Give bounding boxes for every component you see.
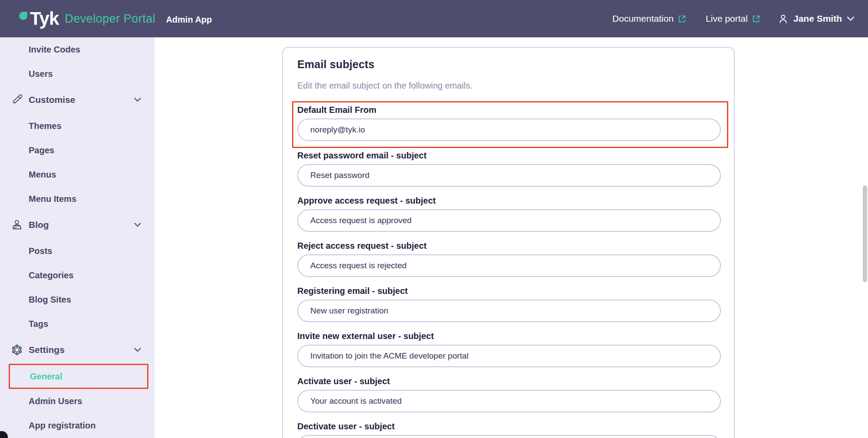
sidebar-section-label: Blog: [29, 220, 49, 230]
external-link-icon: [677, 14, 687, 23]
field-label-default-email-from: Default Email From: [297, 104, 721, 115]
field-group-reject-access: Reject access request - subject: [297, 240, 721, 277]
logo-text: Tyk: [30, 8, 59, 29]
activate-user-subject-input[interactable]: [297, 390, 721, 412]
sidebar-item-app-registration[interactable]: App registration: [0, 413, 155, 438]
chevron-down-icon: [134, 97, 141, 102]
sidebar-item-label: App registration: [29, 421, 95, 431]
sidebar-item-pages[interactable]: Pages: [0, 138, 155, 162]
reject-access-subject-input[interactable]: [297, 254, 721, 277]
sidebar-item-tags[interactable]: Tags: [0, 312, 155, 336]
sidebar-item-invite-codes[interactable]: Invite Codes: [0, 37, 155, 62]
sidebar-item-label: Users: [29, 69, 53, 79]
documentation-label: Documentation: [612, 13, 674, 24]
default-email-from-input[interactable]: [297, 119, 721, 141]
live-portal-link[interactable]: Live portal: [706, 13, 761, 24]
sidebar-item-label: Posts: [29, 246, 52, 256]
sidebar-item-general[interactable]: General: [9, 364, 148, 389]
sidebar-item-posts[interactable]: Posts: [0, 239, 155, 263]
sidebar-item-categories[interactable]: Categories: [0, 263, 155, 287]
sidebar-item-label: Invite Codes: [29, 45, 80, 55]
user-menu[interactable]: Jane Smith: [777, 13, 855, 25]
sidebar-item-label: Tags: [29, 319, 48, 329]
blog-icon: [10, 218, 23, 231]
logo-subtitle: Developer Portal: [65, 12, 155, 26]
chevron-down-icon: [134, 347, 141, 352]
page-scrollbar-thumb[interactable]: [863, 185, 867, 282]
live-portal-label: Live portal: [706, 13, 748, 24]
chevron-down-icon: [134, 222, 141, 227]
deactivate-user-subject-input[interactable]: [297, 435, 721, 438]
field-label-invite-external-user: Invite new external user - subject: [297, 330, 721, 342]
main-content: Email subjects Edit the email subject on…: [155, 37, 868, 438]
field-label-approve-access: Approve access request - subject: [297, 195, 721, 206]
registering-email-subject-input[interactable]: [297, 300, 721, 322]
sidebar-section-settings[interactable]: Settings: [0, 336, 155, 364]
sidebar-item-users[interactable]: Users: [0, 62, 155, 86]
field-label-reject-access: Reject access request - subject: [297, 240, 721, 251]
field-group-approve-access: Approve access request - subject: [297, 195, 721, 232]
sidebar-item-menus[interactable]: Menus: [0, 162, 155, 187]
sidebar-item-blog-sites[interactable]: Blog Sites: [0, 287, 155, 312]
sidebar-section-blog[interactable]: Blog: [0, 211, 155, 239]
field-group-activate-user: Activate user - subject: [297, 375, 721, 412]
chevron-down-icon: [846, 16, 855, 22]
field-group-deactivate-user: Dectivate user - subject: [297, 421, 721, 438]
user-name: Jane Smith: [793, 13, 842, 24]
tyk-brand[interactable]: Tyk Developer Portal: [19, 8, 155, 29]
field-group-default-email-from: Default Email From: [292, 101, 728, 148]
sidebar: Invite Codes Users Customise Themes Page…: [0, 37, 155, 438]
invite-external-user-subject-input[interactable]: [297, 345, 721, 367]
sidebar-section-label: Customise: [29, 95, 75, 105]
admin-app-label: Admin App: [166, 15, 212, 25]
card-title: Email subjects: [297, 58, 721, 71]
topbar-right: Documentation Live portal: [612, 13, 855, 25]
sidebar-item-label: Menus: [29, 170, 56, 180]
sidebar-section-label: Settings: [29, 345, 65, 355]
sidebar-item-menu-items[interactable]: Menu Items: [0, 187, 155, 211]
sidebar-item-label: Themes: [29, 121, 62, 131]
sidebar-item-label: Blog Sites: [29, 295, 71, 305]
top-navbar: Tyk Developer Portal Admin App Documenta…: [0, 0, 868, 37]
documentation-link[interactable]: Documentation: [612, 13, 687, 24]
field-label-deactivate-user: Dectivate user - subject: [297, 421, 721, 432]
approve-access-subject-input[interactable]: [297, 209, 721, 232]
sidebar-section-customise[interactable]: Customise: [0, 86, 155, 114]
field-group-invite-external-user: Invite new external user - subject: [297, 330, 721, 367]
card-subtitle: Edit the email subject on the following …: [297, 80, 721, 91]
sidebar-item-label: Admin Users: [29, 396, 82, 406]
sidebar-item-label: Pages: [29, 145, 54, 155]
reset-password-subject-input[interactable]: [297, 164, 721, 187]
field-label-activate-user: Activate user - subject: [297, 375, 721, 387]
sidebar-item-label: Menu Items: [29, 194, 76, 204]
field-group-reset-password: Reset password email - subject: [297, 150, 721, 187]
tyk-leaf-logo-icon: [19, 12, 27, 20]
email-subjects-card: Email subjects Edit the email subject on…: [282, 47, 735, 438]
field-label-reset-password: Reset password email - subject: [297, 150, 721, 161]
app-root: Tyk Developer Portal Admin App Documenta…: [0, 0, 868, 438]
field-group-registering-email: Registering email - subject: [297, 285, 721, 322]
gear-icon: [10, 343, 23, 356]
sidebar-item-admin-users[interactable]: Admin Users: [0, 389, 155, 413]
user-icon: [777, 13, 789, 25]
paintbrush-icon: [10, 93, 23, 106]
sidebar-item-label: General: [30, 372, 62, 382]
field-label-registering-email: Registering email - subject: [297, 285, 721, 296]
external-link-icon: [752, 14, 761, 23]
sidebar-item-themes[interactable]: Themes: [0, 114, 155, 138]
sidebar-item-label: Categories: [29, 270, 73, 280]
